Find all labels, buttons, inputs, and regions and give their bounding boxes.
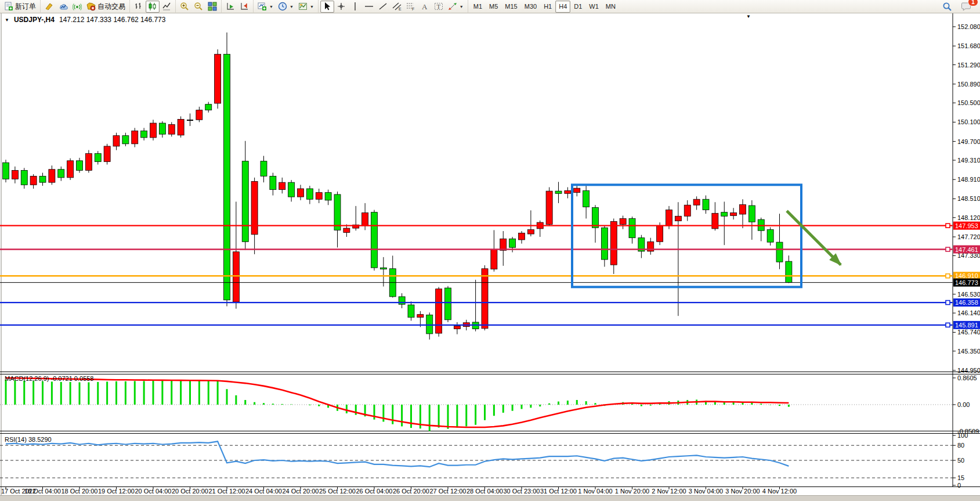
time-tick-label: 26 Oct 04:00 bbox=[356, 488, 393, 495]
candle-body bbox=[325, 193, 331, 200]
candle-body bbox=[574, 188, 580, 192]
candle-body bbox=[620, 218, 626, 224]
time-tick-label: 1 Nov 04:00 bbox=[578, 488, 612, 495]
candle-body bbox=[224, 54, 230, 300]
candle-body bbox=[380, 268, 386, 269]
chart-title-overlay: ▼ USDJPY-,H4 147.212 147.333 146.762 146… bbox=[5, 16, 165, 24]
candle-body bbox=[205, 104, 212, 110]
level-line-anchor[interactable] bbox=[946, 224, 950, 228]
candle-body bbox=[168, 125, 175, 135]
chart-symbol-period: USDJPY-,H4 bbox=[14, 16, 55, 24]
candle-body bbox=[178, 119, 184, 135]
time-tick-label: 18 Oct 20:00 bbox=[62, 488, 98, 495]
price-tick-label: 146.140 bbox=[957, 309, 980, 316]
price-tick-label: 152.080 bbox=[957, 23, 980, 30]
candle-body bbox=[39, 176, 46, 182]
candle-body bbox=[270, 176, 276, 189]
price-tick-label: 145.740 bbox=[957, 329, 980, 336]
price-level-badge-text: 146.358 bbox=[955, 299, 978, 306]
candle-body bbox=[104, 146, 110, 162]
candle-body bbox=[132, 131, 138, 143]
candle-body bbox=[58, 170, 64, 178]
price-tick-label: 150.500 bbox=[957, 99, 980, 106]
time-tick-label: 25 Oct 12:00 bbox=[319, 488, 356, 495]
rsi-tick-label: 15 bbox=[957, 474, 964, 481]
candle-body bbox=[454, 326, 460, 329]
candle-body bbox=[196, 110, 202, 120]
candle-body bbox=[740, 204, 746, 214]
time-tick-label: 20 Oct 04:00 bbox=[135, 488, 172, 495]
candle-body bbox=[215, 54, 221, 103]
macd-tick-label: 0.00 bbox=[957, 401, 970, 408]
time-tick-label: 4 Nov 12:00 bbox=[762, 488, 797, 495]
candle-body bbox=[445, 288, 451, 320]
candle-body bbox=[408, 305, 414, 318]
level-line-anchor[interactable] bbox=[946, 247, 950, 251]
candle-body bbox=[242, 161, 248, 242]
price-tick-label: 145.350 bbox=[957, 348, 980, 355]
candle-body bbox=[657, 226, 663, 242]
candle-body bbox=[122, 136, 129, 144]
candle-body bbox=[555, 191, 562, 193]
time-tick-label: 3 Nov 04:00 bbox=[689, 488, 723, 495]
candle-body bbox=[113, 136, 120, 146]
price-level-badge-text: 146.773 bbox=[955, 279, 978, 286]
candle-body bbox=[629, 218, 635, 237]
candle-body bbox=[77, 161, 83, 171]
price-tick-label: 148.910 bbox=[957, 176, 980, 183]
candle-body bbox=[288, 182, 295, 197]
candle-body bbox=[721, 212, 728, 217]
window-collapse-icon[interactable]: ▼ bbox=[746, 14, 751, 19]
candle-body bbox=[684, 205, 690, 216]
candle-body bbox=[482, 269, 488, 329]
chart-ohlc-values: 147.212 147.333 146.762 146.773 bbox=[59, 16, 166, 24]
time-tick-label: 26 Oct 20:00 bbox=[393, 488, 429, 495]
window-bottom-edge bbox=[0, 495, 980, 501]
candle-body bbox=[592, 207, 599, 228]
time-tick-label: 18 Oct 04:00 bbox=[24, 488, 61, 495]
candle-body bbox=[693, 199, 700, 205]
candle-body bbox=[675, 216, 681, 221]
candle-body bbox=[306, 189, 313, 199]
candle-body bbox=[67, 161, 74, 178]
time-tick-label: 19 Oct 12:00 bbox=[98, 488, 135, 495]
candle-body bbox=[316, 193, 322, 200]
candle-body bbox=[519, 233, 525, 240]
candle-body bbox=[500, 239, 507, 250]
level-line-anchor[interactable] bbox=[946, 274, 950, 278]
candle-body bbox=[610, 221, 617, 265]
level-line-anchor[interactable] bbox=[946, 323, 950, 327]
chart-background bbox=[0, 13, 980, 495]
candle-body bbox=[748, 206, 755, 222]
candle-body bbox=[141, 131, 147, 138]
price-tick-label: 144.950 bbox=[957, 367, 980, 374]
chevron-down-icon[interactable]: ▼ bbox=[5, 17, 9, 23]
price-tick-label: 150.100 bbox=[957, 118, 980, 125]
time-tick-label: 3 Nov 20:00 bbox=[725, 488, 760, 495]
price-chart[interactable]: 152.080151.680151.290150.890150.500150.1… bbox=[0, 0, 980, 501]
price-tick-label: 151.680 bbox=[957, 42, 980, 49]
time-tick-label: 2 Nov 12:00 bbox=[652, 488, 686, 495]
rsi-label: RSI(14) 38.5290 bbox=[5, 436, 52, 443]
candle-body bbox=[491, 250, 497, 269]
time-tick-label: 31 Oct 12:00 bbox=[540, 488, 577, 495]
candle-body bbox=[21, 170, 27, 185]
price-tick-label: 146.530 bbox=[957, 291, 980, 298]
price-tick-label: 149.700 bbox=[957, 138, 980, 145]
candle-body bbox=[30, 176, 37, 185]
price-tick-label: 148.120 bbox=[957, 214, 980, 221]
time-tick-label: 1 Nov 20:00 bbox=[615, 488, 649, 495]
price-tick-label: 149.310 bbox=[957, 157, 980, 164]
time-tick-label: 24 Oct 20:00 bbox=[283, 488, 319, 495]
price-tick-label: 150.890 bbox=[957, 81, 980, 88]
candle-body bbox=[261, 161, 267, 176]
candle-body bbox=[12, 170, 18, 179]
macd-tick-label: 0.8605 bbox=[957, 374, 977, 381]
candle-body bbox=[776, 242, 783, 262]
candle-body bbox=[703, 199, 709, 210]
rsi-tick-label: 50 bbox=[957, 457, 964, 464]
price-tick-label: 151.290 bbox=[957, 62, 980, 69]
level-line-anchor[interactable] bbox=[946, 301, 950, 305]
candle-body bbox=[712, 213, 718, 229]
candle-body bbox=[334, 194, 341, 230]
